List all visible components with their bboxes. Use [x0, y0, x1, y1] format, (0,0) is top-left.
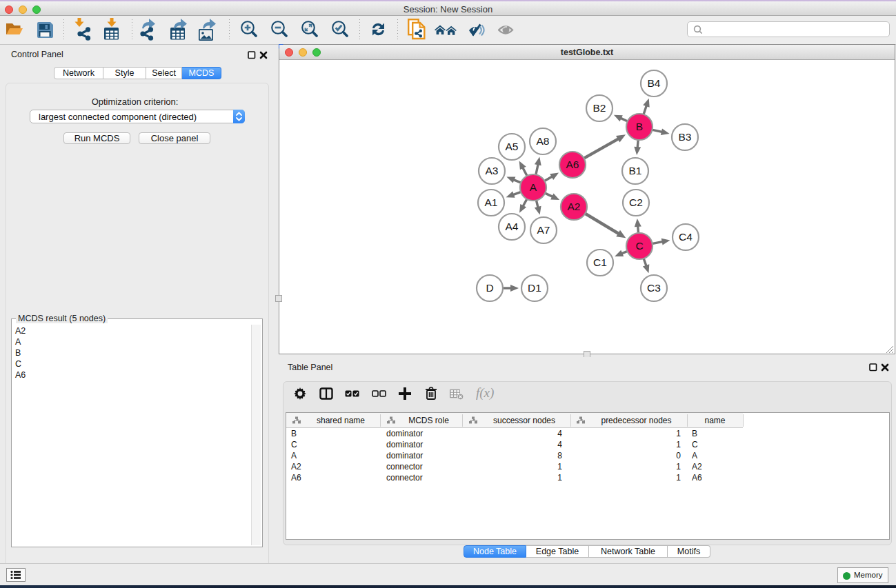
svg-text:B2: B2: [593, 102, 606, 114]
svg-text:C1: C1: [593, 256, 607, 268]
svg-text:A4: A4: [506, 221, 519, 232]
svg-text:B: B: [636, 121, 643, 132]
svg-text:B3: B3: [679, 131, 692, 143]
svg-text:A7: A7: [537, 224, 550, 236]
svg-text:A3: A3: [486, 165, 499, 176]
svg-text:A5: A5: [506, 141, 519, 152]
svg-text:B4: B4: [648, 77, 661, 89]
svg-text:A8: A8: [537, 135, 550, 147]
svg-text:C2: C2: [629, 196, 643, 208]
svg-text:f(x): f(x): [476, 386, 494, 401]
svg-text:D: D: [486, 282, 493, 294]
svg-text:A6: A6: [566, 159, 579, 170]
svg-text:C3: C3: [647, 282, 661, 294]
svg-text:A2: A2: [568, 201, 581, 212]
svg-text:A: A: [530, 181, 537, 193]
svg-text:C: C: [635, 240, 643, 252]
svg-text:D1: D1: [528, 282, 541, 294]
svg-text:A1: A1: [485, 196, 498, 208]
svg-text:C4: C4: [679, 231, 693, 243]
svg-text:B1: B1: [629, 165, 642, 176]
